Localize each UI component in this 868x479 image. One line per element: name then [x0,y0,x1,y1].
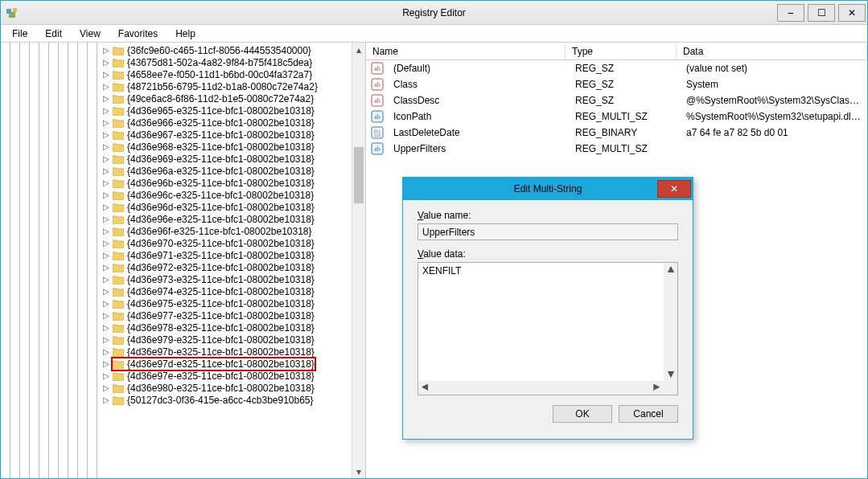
tree-expander-icon[interactable]: ▷ [101,178,111,187]
menu-file[interactable]: File [4,27,35,41]
textarea-vscrollbar[interactable]: ⯅ ⯆ [664,263,677,381]
tree-item[interactable]: ▷{4d36e978-e325-11ce-bfc1-08002be10318} [1,321,365,334]
tree-item[interactable]: ▷{36fc9e60-c465-11cf-8056-444553540000} [1,44,365,56]
tree-expander-icon[interactable]: ▷ [101,142,111,151]
tree-item[interactable]: ▷{4d36e980-e325-11ce-bfc1-08002be10318} [1,382,365,394]
ta-scroll-right-icon[interactable]: ⯈ [650,381,664,395]
tree-item[interactable]: ▷{4658ee7e-f050-11d1-b6bd-00c04fa372a7} [1,68,365,80]
tree-expander-icon[interactable]: ▷ [101,46,111,55]
value-data-textarea[interactable] [418,263,664,381]
col-header-name[interactable]: Name [366,44,566,59]
value-row[interactable]: abUpperFiltersREG_MULTI_SZ [366,141,867,157]
value-row[interactable]: abIconPathREG_MULTI_SZ%SystemRoot%\Syste… [366,108,867,125]
folder-icon [113,227,124,236]
dialog-titlebar[interactable]: Edit Multi-String ✕ [403,178,693,200]
tree-expander-icon[interactable]: ▷ [101,190,111,199]
ta-scroll-up-icon[interactable]: ⯅ [664,263,677,276]
col-header-type[interactable]: Type [566,44,677,59]
tree-item[interactable]: ▷{4d36e96e-e325-11ce-bfc1-08002be10318} [1,213,365,225]
ok-button[interactable]: OK [553,405,612,423]
tree-expander-icon[interactable]: ▷ [101,130,111,139]
tree-scrollbar[interactable]: ▴ ▾ [352,43,365,478]
tree-item[interactable]: ▷{4d36e96d-e325-11ce-bfc1-08002be10318} [1,201,365,213]
tree-item[interactable]: ▷{4d36e969-e325-11ce-bfc1-08002be10318} [1,153,365,165]
scroll-up-icon[interactable]: ▴ [352,43,365,56]
menu-edit[interactable]: Edit [37,27,70,41]
tree-item[interactable]: ▷{43675d81-502a-4a82-9f84-b75f418c5dea} [1,56,365,68]
tree-expander-icon[interactable]: ▷ [101,203,111,211]
menu-favorites[interactable]: Favorites [110,27,166,41]
tree-item[interactable]: ▷{4d36e973-e325-11ce-bfc1-08002be10318} [1,273,365,285]
tree-expander-icon[interactable]: ▷ [101,58,111,67]
tree-expander-icon[interactable]: ▷ [101,323,111,332]
tree-expander-icon[interactable]: ▷ [101,166,111,175]
tree-expander-icon[interactable]: ▷ [101,70,111,79]
scroll-down-icon[interactable]: ▾ [352,465,365,478]
tree-expander-icon[interactable]: ▷ [101,335,111,344]
tree-expander-icon[interactable]: ▷ [101,371,111,380]
folder-icon [113,335,124,345]
ta-scroll-left-icon[interactable]: ⯇ [418,381,432,395]
tree-expander-icon[interactable]: ▷ [101,227,111,235]
value-row[interactable]: abClassDescREG_SZ@%SystemRoot%\System32\… [366,92,867,108]
tree-item[interactable]: ▷{4d36e96a-e325-11ce-bfc1-08002be10318} [1,165,365,177]
tree-expander-icon[interactable]: ▷ [101,299,111,308]
tree-item[interactable]: ▷{48721b56-6795-11d2-b1a8-0080c72e74a2} [1,80,365,92]
tree-item[interactable]: ▷{4d36e968-e325-11ce-bfc1-08002be10318} [1,141,365,153]
value-row[interactable]: abClassREG_SZSystem [366,76,867,92]
tree-expander-icon[interactable]: ▷ [101,263,111,272]
tree-pane[interactable]: ▷{36fc9e60-c465-11cf-8056-444553540000}▷… [1,43,366,478]
tree-item[interactable]: ▷{4d36e970-e325-11ce-bfc1-08002be10318} [1,237,365,249]
tree-item[interactable]: ▷{4d36e967-e325-11ce-bfc1-08002be10318} [1,129,365,141]
tree-item[interactable]: ▷{4d36e972-e325-11ce-bfc1-08002be10318} [1,261,365,273]
tree-expander-icon[interactable]: ▷ [101,106,111,115]
tree-item[interactable]: ▷{4d36e977-e325-11ce-bfc1-08002be10318} [1,309,365,321]
tree-item[interactable]: ▷{4d36e974-e325-11ce-bfc1-08002be10318} [1,285,365,297]
tree-expander-icon[interactable]: ▷ [101,359,111,368]
folder-icon [113,142,124,152]
tree-expander-icon[interactable]: ▷ [101,239,111,248]
tree-item-label: {43675d81-502a-4a82-9f84-b75f418c5dea} [127,57,312,68]
value-row[interactable]: ab(Default)REG_SZ(value not set) [366,60,867,76]
scroll-thumb[interactable] [354,147,364,203]
tree-expander-icon[interactable]: ▷ [101,82,111,91]
tree-expander-icon[interactable]: ▷ [101,118,111,127]
tree-item-label: {36fc9e60-c465-11cf-8056-444553540000} [127,45,311,56]
tree-item[interactable]: ▷{4d36e975-e325-11ce-bfc1-08002be10318} [1,297,365,309]
tree-item[interactable]: ▷{50127dc3-0f36-415e-a6cc-4cb3be910b65} [1,394,365,406]
tree-expander-icon[interactable]: ▷ [101,251,111,260]
tree-expander-icon[interactable]: ▷ [101,395,111,404]
tree-item-label: {4d36e975-e325-11ce-bfc1-08002be10318} [127,298,315,309]
value-row[interactable]: 011110LastDeleteDateREG_BINARYa7 64 fe a… [366,125,867,141]
textarea-hscrollbar[interactable]: ⯇ ⯈ [418,381,677,395]
tree-item[interactable]: ▷{4d36e965-e325-11ce-bfc1-08002be10318} [1,104,365,117]
cancel-button[interactable]: Cancel [619,405,678,423]
tree-expander-icon[interactable]: ▷ [101,154,111,163]
folder-icon [113,58,124,68]
tree-item[interactable]: ▷{4d36e96c-e325-11ce-bfc1-08002be10318} [1,189,365,201]
ta-scroll-down-icon[interactable]: ⯆ [664,367,677,381]
value-data-cell: (value not set) [680,63,867,74]
value-name-cell: ClassDesc [387,95,569,106]
col-header-data[interactable]: Data [677,44,867,59]
tree-item[interactable]: ▷{4d36e97e-e325-11ce-bfc1-08002be10318} [1,370,365,382]
tree-item[interactable]: ▷{4d36e971-e325-11ce-bfc1-08002be10318} [1,249,365,261]
menu-help[interactable]: Help [167,27,204,41]
tree-expander-icon[interactable]: ▷ [101,215,111,223]
tree-item[interactable]: ▷{4d36e979-e325-11ce-bfc1-08002be10318} [1,334,365,346]
tree-item[interactable]: ▷{4d36e96b-e325-11ce-bfc1-08002be10318} [1,177,365,189]
tree-item[interactable]: ▷{4d36e966-e325-11ce-bfc1-08002be10318} [1,117,365,129]
tree-expander-icon[interactable]: ▷ [101,275,111,284]
tree-item[interactable]: ▷{4d36e96f-e325-11ce-bfc1-08002be10318} [1,225,365,237]
tree-item-label: {4d36e968-e325-11ce-bfc1-08002be10318} [127,141,315,153]
tree-item[interactable]: ▷{49ce6ac8-6f86-11d2-b1e5-0080c72e74a2} [1,92,365,104]
menu-view[interactable]: View [72,27,109,41]
tree-expander-icon[interactable]: ▷ [101,94,111,103]
tree-expander-icon[interactable]: ▷ [101,383,111,392]
folder-icon [113,239,124,248]
tree-item[interactable]: ▷{4d36e97d-e325-11ce-bfc1-08002be10318} [1,358,365,370]
tree-expander-icon[interactable]: ▷ [101,347,111,356]
tree-expander-icon[interactable]: ▷ [101,287,111,296]
folder-icon [113,359,124,369]
tree-expander-icon[interactable]: ▷ [101,311,111,320]
